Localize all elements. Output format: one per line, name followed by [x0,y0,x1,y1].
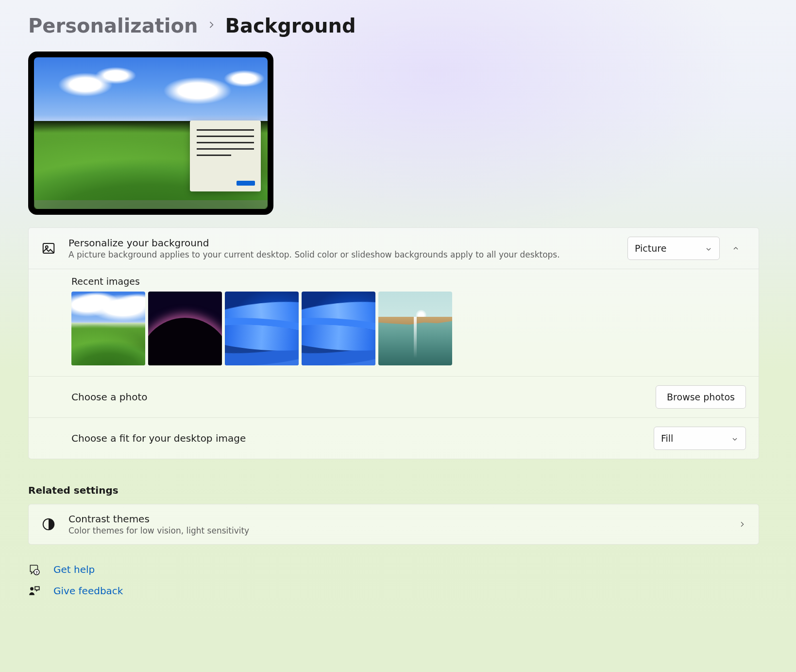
svg-point-5 [30,587,34,590]
recent-image-2[interactable] [148,292,222,365]
recent-images-section: Recent images [29,269,759,377]
background-type-value: Picture [635,243,666,254]
svg-point-1 [46,246,48,248]
desktop-preview [28,52,273,215]
get-help-label: Get help [53,564,95,575]
chevron-down-icon [731,434,739,442]
chevron-down-icon [705,244,712,252]
fit-value: Fill [661,433,673,444]
feedback-icon [28,585,41,597]
contrast-description: Color themes for low vision, light sensi… [68,526,738,535]
choose-photo-label: Choose a photo [71,391,656,403]
personalize-row: Personalize your background A picture ba… [29,228,759,269]
preview-window [190,121,261,191]
browse-photos-button[interactable]: Browse photos [656,385,746,409]
give-feedback-label: Give feedback [53,585,123,597]
fit-select[interactable]: Fill [654,427,746,450]
recent-image-4[interactable] [302,292,375,365]
choose-photo-row: Choose a photo Browse photos [29,377,759,418]
background-settings-card: Personalize your background A picture ba… [28,227,759,459]
footer-links: ? Get help Give feedback [28,563,781,597]
recent-images-label: Recent images [71,276,746,287]
background-type-select[interactable]: Picture [627,237,720,260]
recent-images-list [71,292,746,365]
svg-text:?: ? [35,570,37,575]
related-settings-heading: Related settings [28,484,781,496]
breadcrumb-parent[interactable]: Personalization [28,15,198,37]
recent-image-3[interactable] [225,292,299,365]
personalize-title: Personalize your background [68,237,627,249]
collapse-toggle[interactable] [726,237,746,259]
recent-image-5[interactable] [378,292,452,365]
picture-icon [41,241,68,256]
recent-image-1[interactable] [71,292,145,365]
contrast-themes-card[interactable]: Contrast themes Color themes for low vis… [28,504,759,545]
chevron-right-icon [206,20,216,32]
preview-taskbar [34,200,268,209]
give-feedback-link[interactable]: Give feedback [28,585,781,597]
breadcrumb: Personalization Background [28,15,781,37]
personalize-description: A picture background applies to your cur… [68,250,627,259]
contrast-icon [41,517,68,532]
breadcrumb-current: Background [225,15,356,37]
chevron-up-icon [732,244,740,252]
contrast-title: Contrast themes [68,513,738,525]
get-help-link[interactable]: ? Get help [28,563,781,576]
choose-fit-row: Choose a fit for your desktop image Fill [29,418,759,459]
help-icon: ? [28,563,41,576]
choose-fit-label: Choose a fit for your desktop image [71,432,654,444]
chevron-right-icon [738,520,746,528]
